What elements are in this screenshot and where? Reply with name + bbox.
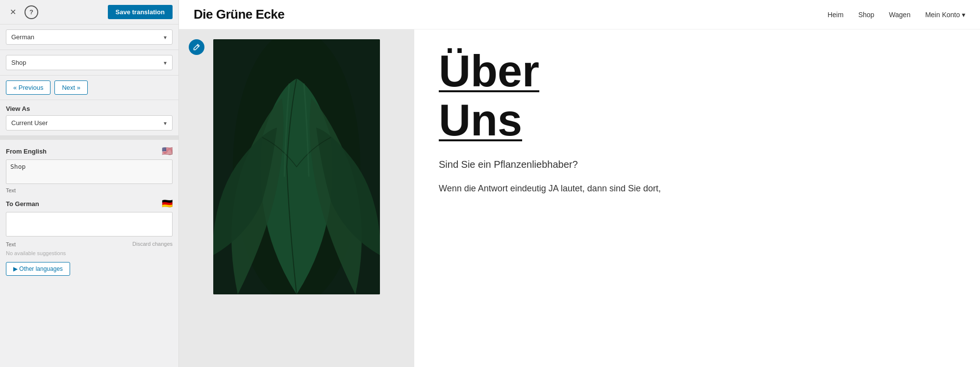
context-selector-section: Shop Home About Contact [0,50,178,76]
nav-heim[interactable]: Heim [828,11,844,19]
left-panel: ✕ ? Save translation German French Spani… [0,0,179,367]
divider [0,136,178,140]
site-title: Die Grüne Ecke [194,7,284,22]
help-button[interactable]: ? [25,5,38,19]
view-as-select[interactable]: Current User Administrator Guest [6,115,173,131]
plant-image [213,39,380,294]
german-flag: 🇩🇪 [162,198,173,209]
nav-mein-konto[interactable]: Mein Konto ▾ [925,11,965,19]
view-as-select-wrapper: Current User Administrator Guest [6,115,173,131]
target-type-label: Text [6,241,16,247]
main-content: Die Grüne Ecke Heim Shop Wagen Mein Kont… [179,0,980,367]
mein-konto-label: Mein Konto [925,11,960,19]
heading-uns: Uns [439,98,955,142]
view-as-section: View As Current User Administrator Guest [0,100,178,136]
nav-wagen[interactable]: Wagen [889,11,910,19]
nav-buttons: « Previous Next » [0,76,178,100]
context-select[interactable]: Shop Home About Contact [6,55,173,70]
view-as-label: View As [6,105,173,112]
site-nav: Heim Shop Wagen Mein Konto ▾ [828,11,965,19]
subheading-text: Sind Sie ein Pflanzenliebhaber? [439,157,955,172]
site-header: Die Grüne Ecke Heim Shop Wagen Mein Kont… [179,0,980,29]
context-select-wrapper: Shop Home About Contact [6,55,173,70]
previous-button[interactable]: « Previous [6,80,50,95]
account-chevron-icon: ▾ [962,11,965,19]
page-text-section: Über Uns Sind Sie ein Pflanzenliebhaber?… [414,29,980,367]
discard-changes-link[interactable]: Discard changes [132,241,173,247]
target-footer: Text Discard changes [6,240,173,247]
from-label-row: From English 🇺🇸 [6,146,173,157]
to-label-row: To German 🇩🇪 [6,198,173,209]
other-languages-button[interactable]: ▶ Other languages [6,262,70,276]
source-type-label: Text [6,187,173,193]
next-button[interactable]: Next » [54,80,88,95]
edit-icon[interactable] [189,39,204,55]
body-text: Wenn die Antwort eindeutig JA lautet, da… [439,182,955,196]
close-button[interactable]: ✕ [6,5,20,19]
heading-uber: Über [439,49,955,93]
toolbar: ✕ ? Save translation [0,0,178,25]
page-body: Über Uns Sind Sie ein Pflanzenliebhaber?… [179,29,980,367]
translation-section: From English 🇺🇸 Shop Text To German 🇩🇪 T… [0,140,178,280]
language-selector-section: German French Spanish Italian [0,25,178,50]
page-image-section [179,29,414,367]
save-translation-button[interactable]: Save translation [108,5,173,19]
no-suggestions-text: No available suggestions [6,247,173,260]
english-flag: 🇺🇸 [162,146,173,157]
target-textarea[interactable] [6,212,173,236]
source-textarea: Shop [6,159,173,184]
nav-shop[interactable]: Shop [858,11,875,19]
to-german-label: To German [6,200,39,208]
language-select[interactable]: German French Spanish Italian [6,29,173,45]
from-english-label: From English [6,148,47,155]
language-select-wrapper: German French Spanish Italian [6,29,173,45]
